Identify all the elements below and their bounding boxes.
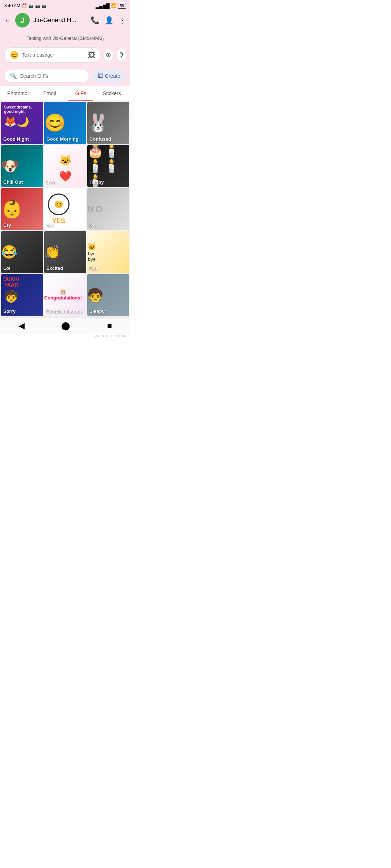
search-input[interactable] (20, 73, 84, 79)
gif-grid: Sweet dreams,good night🦊🌙 Good Night 😊 G… (0, 101, 130, 317)
gif-item-confused[interactable]: 🐰 Confused (87, 102, 129, 144)
wifi-icon: 📶 (111, 3, 117, 8)
gif-item-cry[interactable]: 👶 Cry (1, 188, 43, 230)
create-icon: 🖼 (98, 73, 103, 79)
avatar: J (15, 13, 30, 27)
search-icon: 🔍 (10, 72, 17, 79)
gif-item-good-night[interactable]: Sweet dreams,good night🦊🌙 Good Night (1, 102, 43, 144)
message-input-bar: 😊 🖼 ⊕ 🎙 (0, 44, 130, 67)
gif-label-sleepy: Sleepy (89, 309, 105, 314)
gif-label-lol: Lol (3, 265, 10, 271)
gif-label-excited: Excited (46, 265, 63, 271)
signal-icon: ▂▄▆█ (96, 3, 109, 9)
gif-item-sleepy[interactable]: 🧒 Sleepy (87, 274, 129, 316)
battery-icon: 59 (118, 3, 126, 9)
chat-title: Jio-General H... (33, 17, 87, 24)
dot-indicator: · (48, 3, 49, 8)
phone-icon[interactable]: 📞 (91, 16, 100, 25)
smiley-icon[interactable]: 😊 (10, 51, 19, 59)
gif-item-sorry[interactable]: DUKKIYAAR🧒 Sorry (1, 274, 43, 316)
gif-label-sorry: Sorry (3, 309, 16, 314)
gif-label-congratulations: Congratulations (46, 309, 83, 314)
gif-item-love[interactable]: 🐱❤️ ❤️❤️ ❤️ Love (44, 145, 86, 187)
gif-item-congratulations[interactable]: 🎊Congratulations! Congratulations (44, 274, 86, 316)
gif-label-cry: Cry (3, 222, 11, 228)
gif-label-good-night: Good Night (3, 136, 29, 142)
gif-item-excited[interactable]: 👏 Excited (44, 231, 86, 273)
status-time: 8:40 AM (4, 3, 20, 8)
insta-icon-3: 📷 (42, 4, 47, 8)
mic-button[interactable]: 🎙 (116, 48, 126, 62)
gif-item-chill-out[interactable]: 🐶 Chill Out (1, 145, 43, 187)
gif-label-good-morning: Good Morning (46, 136, 79, 142)
gif-label-confused: Confused (89, 136, 111, 142)
gif-item-lol[interactable]: 😂 Lol (1, 231, 43, 273)
gif-label-no: No (89, 222, 96, 228)
add-button[interactable]: ⊕ (104, 48, 113, 62)
tab-stickers[interactable]: Stickers (96, 86, 127, 101)
gif-label-yes: Yes (46, 222, 54, 228)
recent-nav-icon[interactable]: ■ (107, 321, 112, 331)
header-actions: 📞 👤 ⋮ (91, 16, 126, 25)
android-hint: ANDROID · REPHONE (0, 333, 130, 339)
home-nav-icon[interactable]: ⬤ (61, 321, 70, 331)
header: ← J Jio-General H... 📞 👤 ⋮ (0, 10, 130, 32)
info-bar: Texting with Jio-General (SMS/MMS) (0, 32, 130, 44)
gif-item-no[interactable]: NO No (87, 188, 129, 230)
gif-label-happy: Happy (89, 179, 104, 185)
create-label: Create (105, 73, 120, 79)
search-create-row: 🔍 🖼 Create (0, 67, 130, 86)
add-person-icon[interactable]: 👤 (105, 16, 114, 25)
alarm-icon: ⏰ (22, 3, 27, 8)
gif-label-chill-out: Chill Out (3, 179, 23, 185)
gif-item-good-morning[interactable]: 😊 Good Morning (44, 102, 86, 144)
nav-bar: ◀ ⬤ ■ (0, 317, 130, 333)
gallery-icon[interactable]: 🖼 (88, 51, 95, 59)
gif-item-yes[interactable]: 😊YES Yes (44, 188, 86, 230)
tab-photomoji[interactable]: Photomoji (3, 86, 34, 101)
gif-item-bye[interactable]: 🐱byebye Bye (87, 231, 129, 273)
tab-gifs[interactable]: GIFs (65, 86, 96, 101)
status-left: 8:40 AM ⏰ 📷 📷 📷 · (4, 3, 49, 8)
gif-item-happy[interactable]: 🎂🕯️🕯️🕯️🕯️ Happy (87, 145, 129, 187)
tabs-row: Photomoji Emoji GIFs Stickers (0, 86, 130, 101)
status-bar: 8:40 AM ⏰ 📷 📷 📷 · ▂▄▆█ 📶 59 (0, 0, 130, 10)
insta-icon-2: 📷 (35, 4, 40, 8)
message-input[interactable] (22, 52, 85, 58)
tab-emoji[interactable]: Emoji (34, 86, 65, 101)
back-button[interactable]: ← (4, 16, 12, 25)
status-right: ▂▄▆█ 📶 59 (96, 3, 126, 9)
gif-label-bye: Bye (89, 265, 98, 271)
gif-label-love: Love (46, 179, 57, 185)
insta-icon-1: 📷 (29, 4, 34, 8)
info-text: Texting with Jio-General (SMS/MMS) (26, 35, 104, 41)
search-box: 🔍 (4, 69, 89, 82)
more-options-icon[interactable]: ⋮ (119, 16, 126, 25)
message-input-box: 😊 🖼 (4, 47, 101, 63)
back-nav-icon[interactable]: ◀ (18, 321, 25, 331)
create-button[interactable]: 🖼 Create (92, 70, 126, 82)
